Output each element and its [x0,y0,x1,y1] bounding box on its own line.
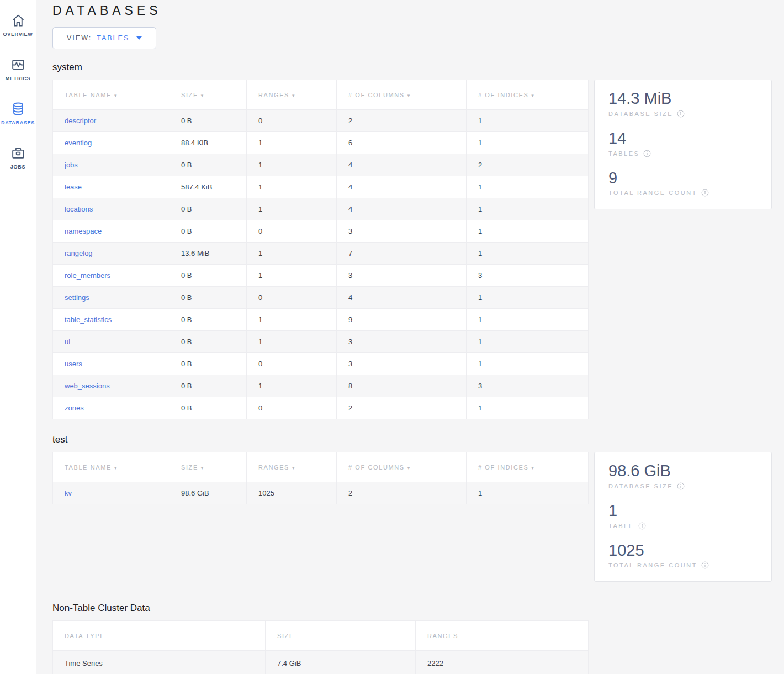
sort-arrow-icon: ▾ [407,465,411,471]
table-cell: 1 [247,154,337,176]
column-header-label: RANGES [427,633,458,639]
table-name-link[interactable]: jobs [65,161,78,169]
sort-arrow-icon: ▾ [292,465,295,471]
table-cell: 2 [337,110,467,132]
table-cell: 1 [247,132,337,154]
table-cell: 0 [247,220,337,243]
stat-range-count: 9 TOTAL RANGE COUNT [608,168,757,197]
column-header-size[interactable]: SIZE▾ [169,452,247,482]
table-cell: 3 [337,353,467,375]
stat-label: TABLES [608,150,757,157]
column-header-of-columns[interactable]: # OF COLUMNS▾ [337,80,467,110]
sidebar-item-jobs[interactable]: JOBS [0,135,36,179]
table-cell: 0 B [169,287,247,309]
column-header-ranges[interactable]: RANGES▾ [247,80,337,110]
table-cell: 1 [247,198,337,220]
table-row: jobs0 B142 [53,154,589,176]
info-icon[interactable] [677,110,685,118]
table-cell: web_sessions [53,375,169,397]
table-cell: jobs [53,154,169,176]
database-summary-card: 98.6 GiB DATABASE SIZE 1 TABLE 1025 TOTA… [594,452,772,582]
info-icon[interactable] [643,150,651,157]
info-icon[interactable] [701,561,709,569]
table-name-link[interactable]: settings [65,293,89,302]
table-name-link[interactable]: namespace [65,227,102,235]
column-header-label: RANGES [258,464,289,471]
database-section-title: test [52,434,773,445]
table-header-row: DATA TYPESIZERANGES [53,621,589,651]
column-header-table-name[interactable]: TABLE NAME▾ [53,452,169,482]
column-header-size: SIZE [266,621,416,651]
info-icon[interactable] [638,522,646,530]
column-header-of-indices[interactable]: # OF INDICES▾ [467,80,589,110]
non-table-section-title: Non-Table Cluster Data [52,603,773,614]
sidebar-item-metrics[interactable]: METRICS [0,46,36,91]
sort-arrow-icon: ▾ [114,93,118,98]
stat-database-size: 14.3 MiB DATABASE SIZE [608,89,757,118]
table-name-link[interactable]: kv [65,489,72,497]
column-header-label: TABLE NAME [65,464,112,471]
column-header-table-name[interactable]: TABLE NAME▾ [53,80,169,110]
table-name-link[interactable]: web_sessions [65,382,110,390]
system-tables-table: TABLE NAME▾SIZE▾RANGES▾# OF COLUMNS▾# OF… [52,80,589,419]
table-name-link[interactable]: table_statistics [65,315,112,324]
table-name-link[interactable]: rangelog [65,249,93,257]
table-row: locations0 B141 [53,198,589,220]
stat-label: DATABASE SIZE [608,482,757,490]
table-name-link[interactable]: role_members [65,271,110,280]
column-header-label: TABLE NAME [65,92,112,98]
database-section-title: system [52,62,773,73]
table-row: lease587.4 KiB141 [53,176,589,198]
table-name-link[interactable]: descriptor [65,117,96,125]
table-cell: 1 [467,287,589,309]
stat-value: 9 [608,168,757,188]
stat-value: 14 [608,129,757,148]
sort-arrow-icon: ▾ [531,465,534,471]
table-cell: 1 [467,220,589,243]
database-icon [10,101,27,117]
column-header-ranges[interactable]: RANGES▾ [247,452,337,482]
table-cell: 1 [467,176,589,198]
table-cell: 1 [247,243,337,265]
table-cell: 1 [247,265,337,287]
table-cell: 3 [337,265,467,287]
table-name-link[interactable]: lease [65,183,82,191]
sidebar-item-overview[interactable]: OVERVIEW [0,2,36,46]
table-row: ui0 B131 [53,331,589,353]
table-cell: 1 [247,375,337,397]
table-cell: 7.4 GiB [266,651,416,674]
table-name-link[interactable]: ui [65,338,70,346]
info-icon[interactable] [677,482,685,490]
table-cell: 1 [467,331,589,353]
table-cell: locations [53,198,169,220]
column-header-label: # OF COLUMNS [348,92,405,98]
table-cell: 7 [337,243,467,265]
view-dropdown-button[interactable]: VIEW: TABLES [52,27,156,49]
table-cell: 88.4 KiB [169,132,247,154]
table-cell: 0 B [169,397,247,419]
table-name-link[interactable]: eventlog [65,139,92,147]
table-name-link[interactable]: zones [65,404,84,412]
column-header-size[interactable]: SIZE▾ [169,80,247,110]
view-dropdown-value: TABLES [97,34,129,42]
table-cell: 1 [467,482,589,504]
sidebar-item-databases[interactable]: DATABASES [0,91,36,135]
info-icon[interactable] [701,189,709,197]
column-header-ranges: RANGES [416,621,589,651]
column-header-of-columns[interactable]: # OF COLUMNS▾ [337,452,467,482]
database-summary-card: 14.3 MiB DATABASE SIZE 14 TABLES 9 TOTAL… [594,80,772,209]
table-cell: 1 [467,110,589,132]
table-name-link[interactable]: locations [65,205,93,213]
table-cell: 1 [467,353,589,375]
table-cell: 4 [337,287,467,309]
column-header-of-indices[interactable]: # OF INDICES▾ [467,452,589,482]
table-name-link[interactable]: users [65,360,82,368]
non-table-cluster-table: DATA TYPESIZERANGES Time Series7.4 GiB22… [52,620,589,674]
table-cell: 587.4 KiB [169,176,247,198]
sort-arrow-icon: ▾ [407,93,411,98]
table-cell: 1 [247,309,337,331]
table-row: kv98.6 GiB102521 [53,482,589,504]
column-header-label: # OF INDICES [478,92,528,98]
column-header-label: SIZE [181,464,198,471]
table-cell: 0 B [169,154,247,176]
